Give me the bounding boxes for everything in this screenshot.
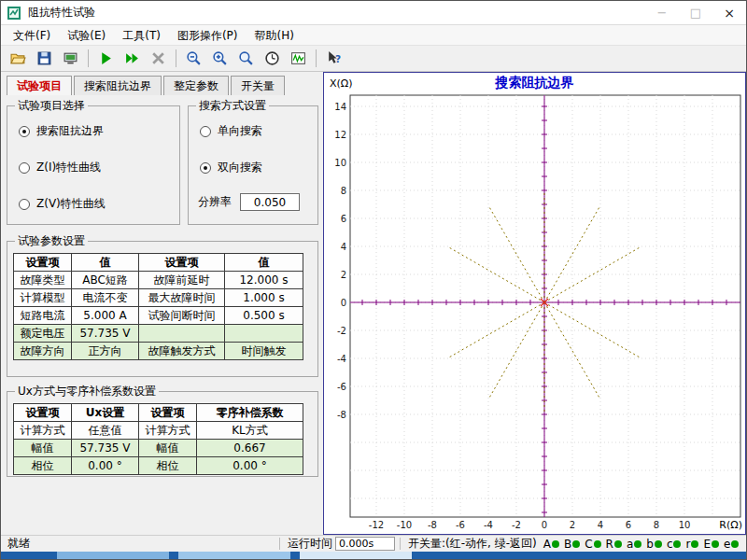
table-cell[interactable]: 故障方向: [14, 343, 72, 360]
radio-option[interactable]: Z(I)特性曲线: [13, 161, 174, 175]
table-cell[interactable]: [225, 325, 303, 343]
waveform-button[interactable]: [286, 48, 311, 70]
table-cell[interactable]: 故障前延时: [139, 272, 225, 289]
tab[interactable]: 搜索阻抗边界: [74, 76, 162, 95]
menu-item[interactable]: 文件(F): [5, 25, 59, 46]
table-cell[interactable]: 57.735 V: [72, 440, 139, 457]
toolbar-separator: [176, 49, 176, 67]
table-cell[interactable]: 12.000 s: [225, 272, 303, 289]
column-header: 设置项: [139, 404, 197, 422]
table-cell[interactable]: 幅值: [14, 440, 72, 457]
waveform-icon: [290, 50, 306, 66]
svg-text:8: 8: [341, 186, 346, 196]
table-cell[interactable]: 57.735 V: [72, 325, 139, 343]
params-group: 试验参数设置 设置项值设置项值故障类型ABC短路故障前延时12.000 s计算模…: [7, 233, 318, 377]
table-cell[interactable]: 试验间断时间: [139, 307, 225, 325]
ux-group-title: Ux方式与零序补偿系数设置: [15, 384, 159, 399]
taskbar-button[interactable]: [57, 552, 169, 559]
stop-test-button[interactable]: [146, 48, 171, 70]
menu-item[interactable]: 帮助(H): [247, 25, 303, 46]
svg-text:12: 12: [334, 130, 346, 140]
table-cell[interactable]: 时间触发: [225, 343, 303, 360]
plot-frame: [350, 95, 740, 517]
table-cell[interactable]: 1.000 s: [225, 289, 303, 307]
taskbar[interactable]: [1, 552, 746, 559]
zoom-in-icon: [212, 50, 228, 66]
radio-icon: [19, 199, 30, 210]
tab[interactable]: 开关量: [231, 76, 285, 95]
table-cell[interactable]: 5.000 A: [72, 307, 139, 325]
search-group-title: 搜索方式设置: [196, 98, 269, 114]
radio-option[interactable]: 单向搜索: [194, 124, 312, 138]
radio-label: 单向搜索: [218, 123, 262, 139]
table-cell[interactable]: 计算方式: [14, 422, 72, 440]
table-cell[interactable]: 短路电流: [14, 307, 72, 325]
table-cell[interactable]: KL方式: [197, 422, 303, 440]
taskbar-button[interactable]: [178, 552, 290, 559]
ux-table: 设置项Ux设置设置项零序补偿系数计算方式任意值计算方式KL方式幅值57.735 …: [13, 403, 303, 475]
table-cell[interactable]: 额定电压: [14, 325, 72, 343]
impedance-chart[interactable]: -12-10-8-6-4-2024681014121086420-2-4-6-8…: [324, 93, 743, 534]
save-file-button[interactable]: [32, 48, 57, 70]
radio-icon: [19, 162, 30, 174]
table-cell[interactable]: 最大故障时间: [139, 289, 225, 307]
resolution-input[interactable]: [240, 193, 300, 211]
table-cell[interactable]: 电流不变: [72, 289, 139, 307]
menu-item[interactable]: 图形操作(P): [169, 25, 247, 46]
zoom-reset-button[interactable]: [233, 48, 259, 70]
taskbar-button[interactable]: [300, 552, 412, 559]
column-header: 设置项: [139, 254, 225, 272]
table-cell[interactable]: ABC短路: [72, 272, 139, 289]
start-all-test-button[interactable]: [120, 48, 145, 70]
switch-indicator: e: [724, 538, 739, 551]
zoom-in-button[interactable]: [207, 48, 233, 70]
status-dot: [572, 540, 580, 548]
table-cell[interactable]: 0.500 s: [225, 307, 303, 325]
table-cell[interactable]: 幅值: [139, 440, 197, 457]
column-header: 零序补偿系数: [197, 404, 303, 422]
table-cell[interactable]: 0.00 °: [72, 457, 139, 475]
switch-indicator: B: [564, 538, 580, 551]
svg-text:0: 0: [341, 298, 346, 308]
table-cell[interactable]: 正方向: [72, 343, 139, 360]
print-preview-button[interactable]: [58, 48, 83, 70]
toolbar: ?: [1, 46, 746, 72]
table-cell[interactable]: 故障类型: [14, 272, 72, 289]
radio-option[interactable]: Z(V)特性曲线: [13, 197, 174, 211]
table-cell[interactable]: [139, 325, 225, 343]
table-cell[interactable]: 0.667: [197, 440, 303, 457]
svg-text:4: 4: [341, 242, 346, 252]
close-button[interactable]: ×: [712, 1, 746, 25]
timer-button[interactable]: [260, 48, 285, 70]
radio-option[interactable]: 双向搜索: [194, 161, 312, 175]
radio-option[interactable]: 搜索阻抗边界: [13, 124, 174, 138]
window-controls: − □ ×: [645, 1, 746, 25]
status-dot: [673, 540, 681, 548]
table-cell[interactable]: 相位: [139, 457, 197, 475]
table-cell[interactable]: 计算模型: [14, 289, 72, 307]
table-cell[interactable]: 相位: [14, 457, 72, 475]
table-row: 计算方式任意值计算方式KL方式: [14, 422, 303, 440]
table-row: 幅值57.735 V幅值0.667: [14, 440, 303, 457]
context-help-button[interactable]: ?: [321, 48, 346, 70]
tab[interactable]: 整定参数: [163, 76, 229, 95]
status-dot: [594, 540, 601, 548]
menu-item[interactable]: 工具(T): [114, 25, 169, 46]
table-cell[interactable]: 故障触发方式: [139, 343, 225, 360]
open-file-button[interactable]: [6, 48, 31, 70]
chart-panel: X(Ω) 搜索阻抗边界 -12-10-8-6-4-202468101412108…: [323, 72, 746, 535]
tab[interactable]: 试验项目: [7, 76, 72, 95]
start-test-button[interactable]: [93, 48, 119, 70]
maximize-button[interactable]: □: [679, 1, 712, 25]
zoom-out-button[interactable]: [181, 48, 206, 70]
chart-title: 搜索阻抗边界: [369, 75, 700, 91]
svg-text:-2: -2: [337, 326, 346, 336]
table-row: 相位0.00 °相位0.00 °: [14, 457, 303, 475]
table-cell[interactable]: 任意值: [72, 422, 139, 440]
menu-item[interactable]: 试验(E): [59, 25, 114, 46]
y-axis-label: X(Ω): [324, 77, 369, 90]
svg-text:2: 2: [570, 520, 575, 530]
table-cell[interactable]: 计算方式: [139, 422, 197, 440]
table-cell[interactable]: 0.00 °: [197, 457, 303, 475]
minimize-button[interactable]: −: [645, 1, 679, 25]
